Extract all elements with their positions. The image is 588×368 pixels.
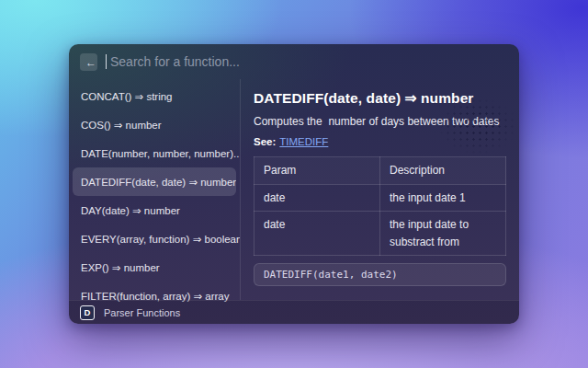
see-label: See: (254, 136, 276, 147)
window-footer: D Parser Functions (69, 300, 519, 324)
table-row: date the input date to substract from (254, 212, 506, 256)
description-column-header: Description (380, 157, 506, 185)
back-button[interactable]: ← (80, 53, 97, 71)
timediff-link[interactable]: TIMEDIFF (279, 136, 328, 147)
table-header-row: Param Description (254, 157, 506, 185)
parser-logo-icon: D (80, 305, 95, 320)
sidebar-item-date[interactable]: DATE(number, number, number)... (69, 139, 240, 167)
params-table: Param Description date the input date 1 … (254, 156, 506, 256)
sidebar-item-every[interactable]: EVERY(array, function) ⇒ boolean (69, 224, 240, 253)
code-example: DATEDIFF(date1, date2) (254, 263, 506, 286)
search-bar: ← (69, 44, 519, 79)
param-cell: date (254, 212, 380, 256)
sidebar-item-datediff[interactable]: DATEDIFF(date, date) ⇒ number (73, 167, 236, 196)
sidebar-item-day[interactable]: DAY(date) ⇒ number (69, 196, 240, 224)
window-body: CONCAT() ⇒ string COS() ⇒ number DATE(nu… (69, 79, 519, 300)
function-list: CONCAT() ⇒ string COS() ⇒ number DATE(nu… (69, 79, 241, 300)
sidebar-item-concat[interactable]: CONCAT() ⇒ string (69, 82, 240, 110)
description-cell: the input date to substract from (380, 212, 506, 256)
function-browser-window: ← CONCAT() ⇒ string COS() ⇒ number DATE(… (69, 44, 519, 324)
search-input[interactable] (108, 53, 508, 70)
function-detail-panel: DATEDIFF(date, date) ⇒ number Computes t… (241, 79, 519, 300)
footer-label: Parser Functions (104, 307, 180, 318)
search-input-wrap (106, 53, 508, 70)
desktop-background: ← CONCAT() ⇒ string COS() ⇒ number DATE(… (0, 0, 588, 368)
description-cell: the input date 1 (380, 184, 506, 212)
table-row: date the input date 1 (254, 184, 506, 212)
param-cell: date (254, 184, 380, 212)
text-caret (106, 54, 107, 69)
sidebar-item-exp[interactable]: EXP() ⇒ number (69, 253, 240, 282)
dot-pattern-decoration (438, 98, 517, 155)
param-column-header: Param (254, 157, 380, 185)
sidebar-item-cos[interactable]: COS() ⇒ number (69, 110, 240, 139)
